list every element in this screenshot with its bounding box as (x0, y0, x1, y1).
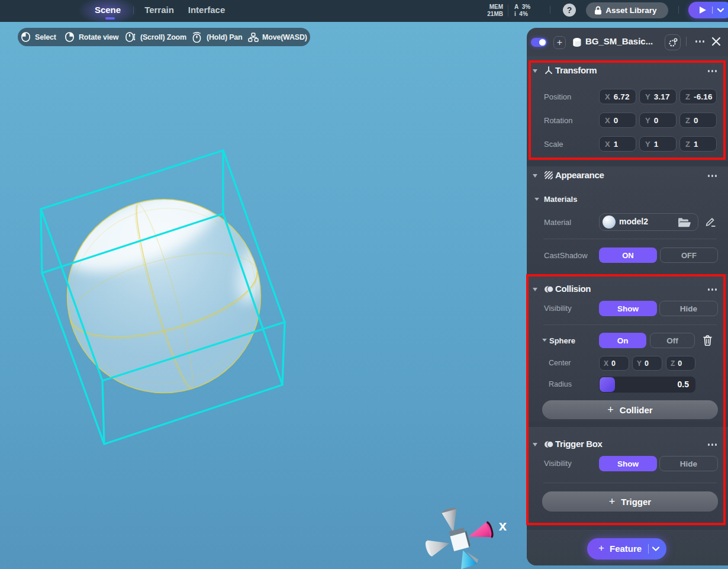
svg-text:x: x (499, 517, 507, 533)
